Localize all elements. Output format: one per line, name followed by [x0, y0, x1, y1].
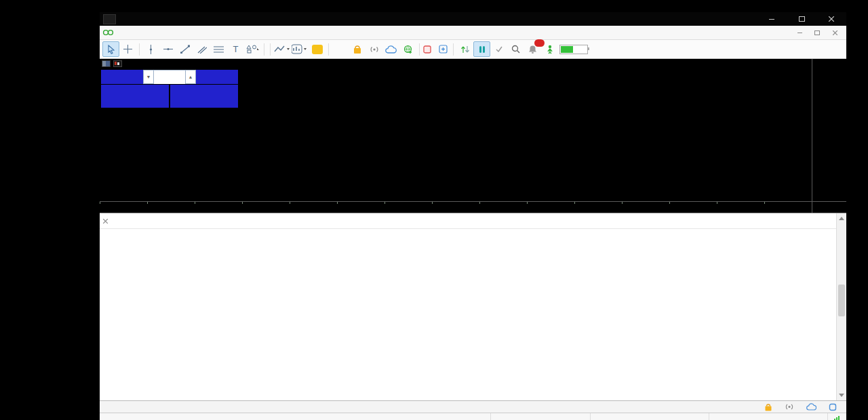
status-spacer1	[591, 413, 709, 420]
chart-restore-icon[interactable]	[812, 28, 822, 37]
chart-close-icon[interactable]	[830, 28, 840, 37]
notification-badge	[534, 39, 545, 47]
status-bar	[100, 413, 846, 420]
chart-window-controls	[795, 28, 840, 37]
cursor-tool-icon[interactable]	[102, 41, 119, 57]
notifications-bell-icon[interactable]	[524, 41, 541, 57]
app-icon	[103, 14, 116, 24]
toolbar: T	[100, 40, 846, 59]
channel-tool-icon[interactable]	[193, 41, 210, 57]
terminal-close-icon[interactable]	[100, 219, 111, 224]
status-connection[interactable]	[828, 413, 846, 420]
sell-price-button[interactable]	[101, 85, 169, 108]
status-spacer2	[709, 413, 828, 420]
chart-type-icon[interactable]	[273, 41, 291, 57]
axis-corner	[812, 201, 846, 213]
connection-bars-icon	[832, 415, 840, 420]
volume-dropdown-icon[interactable]: ▼	[143, 70, 154, 84]
test-link[interactable]	[829, 403, 840, 411]
close-icon[interactable]	[825, 14, 837, 24]
maximize-icon[interactable]	[795, 14, 808, 24]
buy-price-button[interactable]	[170, 85, 238, 108]
signals-icon[interactable]	[366, 41, 382, 57]
metatrader-logo-icon	[100, 28, 117, 37]
horizontal-line-tool-icon[interactable]	[159, 41, 176, 57]
pause-icon[interactable]	[473, 41, 490, 57]
title-bar	[100, 12, 846, 26]
connection-battery-icon	[559, 45, 588, 54]
market-link[interactable]	[764, 403, 775, 411]
volume-field-wrap	[154, 70, 185, 84]
vps-link[interactable]	[806, 403, 819, 411]
fibonacci-tool-icon[interactable]	[210, 41, 227, 57]
chart-symbol-row	[102, 60, 125, 67]
chart-plot[interactable]: ▼ ▲	[100, 59, 812, 201]
table-header-row	[100, 213, 846, 229]
deposit-icon[interactable]	[309, 41, 326, 57]
trendline-tool-icon[interactable]	[176, 41, 193, 57]
mt5-window: T	[100, 12, 846, 420]
price-axis[interactable]	[812, 59, 846, 201]
volume-increase-icon[interactable]: ▲	[185, 70, 196, 84]
status-profile[interactable]	[491, 413, 591, 420]
search-icon[interactable]	[507, 41, 524, 57]
vps-cloud-icon[interactable]	[382, 41, 399, 57]
algo-trading-button[interactable]	[422, 41, 434, 57]
menu-bar	[100, 26, 846, 40]
terminal-panel	[100, 213, 846, 400]
scroll-thumb[interactable]	[838, 285, 845, 316]
window-controls	[766, 14, 837, 24]
sort-arrows-icon[interactable]	[456, 41, 473, 57]
time-axis[interactable]	[100, 201, 812, 213]
one-click-trading-panel: ▼ ▲	[101, 70, 238, 108]
indicators-icon[interactable]	[291, 41, 309, 57]
vertical-line-tool-icon[interactable]	[142, 41, 159, 57]
scroll-up-icon[interactable]	[839, 217, 844, 220]
new-order-button[interactable]	[438, 41, 450, 57]
shapes-tool-icon[interactable]	[244, 41, 261, 57]
market-icon[interactable]	[349, 41, 366, 57]
crosshair-tool-icon[interactable]	[119, 41, 136, 57]
ide-button[interactable]	[332, 41, 349, 57]
sell-button[interactable]	[101, 70, 143, 84]
chart-area[interactable]: ▼ ▲	[100, 59, 846, 213]
check-icon[interactable]	[490, 41, 507, 57]
text-tool-icon[interactable]: T	[227, 41, 244, 57]
status-help-text	[100, 413, 491, 420]
community-globe-icon[interactable]	[399, 41, 416, 57]
volume-input[interactable]	[154, 71, 185, 84]
table-scrollbar[interactable]	[836, 213, 846, 400]
chart-minimize-icon[interactable]	[795, 28, 804, 37]
chart-bars-icon	[113, 60, 122, 67]
terminal-tabs-bar	[100, 400, 846, 413]
buy-button[interactable]	[196, 70, 238, 84]
scroll-down-icon[interactable]	[839, 394, 844, 397]
signals-link[interactable]	[785, 403, 797, 411]
bottom-utils	[764, 403, 840, 411]
minimize-icon[interactable]	[766, 14, 778, 24]
chart-flag-icon	[102, 60, 111, 67]
